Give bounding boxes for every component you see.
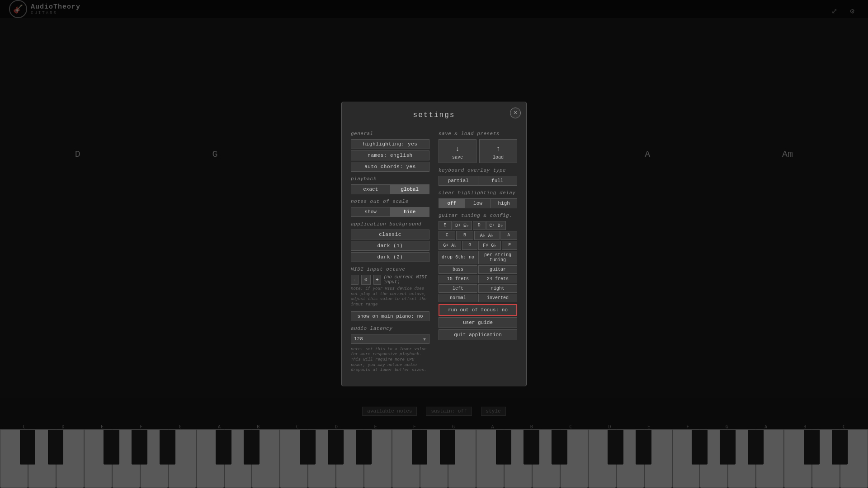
normal-btn[interactable]: normal <box>439 294 477 302</box>
clear-highlight-label: clear highlighting delay <box>439 190 517 196</box>
midi-plus-btn[interactable]: + <box>373 275 381 285</box>
quit-application-btn[interactable]: quit application <box>439 329 517 340</box>
settings-title: settings <box>351 111 517 124</box>
names-row: names: english <box>351 150 429 160</box>
midi-minus-btn[interactable]: - <box>351 275 359 285</box>
tuning-A-btn[interactable]: A <box>500 231 517 240</box>
settings-left-panel: general highlighting: yes names: english… <box>351 131 429 377</box>
full-btn[interactable]: full <box>478 176 518 186</box>
bg-classic-row: classic <box>351 230 429 239</box>
keyboard-overlay-label: keyboard overlay type <box>439 168 517 173</box>
highlighting-button[interactable]: highlighting: yes <box>351 139 429 149</box>
bg-dark1-row: dark (1) <box>351 241 429 251</box>
notes-out-label: notes out of scale <box>351 199 429 204</box>
tuning-B-btn[interactable]: B <box>456 231 473 240</box>
tuning-left-right-row: left right <box>439 284 517 293</box>
save-icon: ↓ <box>455 145 460 153</box>
auto-chords-row: auto chords: yes <box>351 162 429 172</box>
save-load-row: ↓ save ↑ load <box>439 139 517 163</box>
settings-body: general highlighting: yes names: english… <box>351 131 517 377</box>
per-string-btn[interactable]: per-string tuning <box>478 251 517 264</box>
delay-off-btn[interactable]: off <box>439 198 465 208</box>
playback-label: playback <box>351 176 429 182</box>
save-load-label: save & load presets <box>439 131 517 136</box>
midi-value: 0 <box>361 275 371 285</box>
close-button[interactable]: × <box>510 108 521 118</box>
names-button[interactable]: names: english <box>351 150 429 160</box>
load-btn[interactable]: ↑ load <box>479 139 517 163</box>
left-btn[interactable]: left <box>439 284 477 293</box>
tuning-F-btn[interactable]: F <box>502 241 517 250</box>
latency-note: note: set this to a lower value for more… <box>351 347 429 373</box>
drop6-btn[interactable]: drop 6th: no <box>439 251 477 264</box>
tuning-DEb-btn[interactable]: D♯ E♭ <box>453 221 472 230</box>
midi-octave-row: - 0 + (no current MIDI input) <box>351 275 429 285</box>
latency-select[interactable]: 128 64 256 512 <box>351 334 429 344</box>
load-label: load <box>493 155 504 160</box>
midi-note-description: note: if your MIDI device does not play … <box>351 286 429 308</box>
overlay-group: partial full <box>439 176 517 186</box>
bass-btn[interactable]: bass <box>439 265 477 274</box>
bg-dark2-row: dark (2) <box>351 252 429 262</box>
audio-latency-label: audio latency <box>351 326 429 331</box>
delay-group: off low high <box>439 198 517 208</box>
playback-group: exact global <box>351 184 429 194</box>
playback-exact-btn[interactable]: exact <box>351 184 390 194</box>
tuning-frets-row: 15 frets 24 frets <box>439 275 517 283</box>
tuning-C-btn[interactable]: C <box>439 231 455 240</box>
notes-show-btn[interactable]: show <box>351 207 390 217</box>
tuning-G-btn[interactable]: G <box>462 241 477 250</box>
tuning-normal-inverted-row: normal inverted <box>439 294 517 302</box>
tuning-D-btn[interactable]: D <box>473 221 486 230</box>
load-icon: ↑ <box>496 145 500 153</box>
inverted-btn[interactable]: inverted <box>478 294 517 302</box>
notes-hide-btn[interactable]: hide <box>390 207 430 217</box>
bg-dark2-btn[interactable]: dark (2) <box>351 252 429 262</box>
tuning-CDb-btn[interactable]: C♯ D♭ <box>486 221 506 230</box>
settings-right-panel: save & load presets ↓ save ↑ load keyboa… <box>439 131 517 377</box>
midi-label: MIDI input octave <box>351 267 429 272</box>
settings-overlay: × settings general highlighting: yes nam… <box>0 0 868 488</box>
general-label: general <box>351 131 429 136</box>
partial-btn[interactable]: partial <box>439 176 478 186</box>
latency-wrapper: 128 64 256 512 ▼ <box>351 334 429 345</box>
playback-global-btn[interactable]: global <box>390 184 430 194</box>
tuning-GDb-btn[interactable]: G♯ A♭ <box>439 241 461 250</box>
show-piano-btn[interactable]: show on main piano: no <box>351 311 429 321</box>
user-guide-btn[interactable]: user guide <box>439 317 517 328</box>
tuning-row2: C B A♭ A♭ A <box>439 231 517 240</box>
run-focus-wrapper: run out of focus: no <box>439 304 517 317</box>
frets-24-btn[interactable]: 24 frets <box>478 275 517 283</box>
run-focus-btn[interactable]: run out of focus: no <box>439 304 517 316</box>
delay-low-btn[interactable]: low <box>465 198 491 208</box>
frets-15-btn[interactable]: 15 frets <box>439 275 477 283</box>
auto-chords-button[interactable]: auto chords: yes <box>351 162 429 172</box>
app-bg-label: application background <box>351 221 429 227</box>
tuning-drop-row: drop 6th: no per-string tuning <box>439 251 517 264</box>
tuning-row1: E D♯ E♭ D C♯ D♭ <box>439 221 517 230</box>
settings-dialog: × settings general highlighting: yes nam… <box>341 102 527 386</box>
save-btn[interactable]: ↓ save <box>439 139 476 163</box>
tuning-bass-guitar-row: bass guitar <box>439 265 517 274</box>
highlighting-row: highlighting: yes <box>351 139 429 149</box>
tuning-row3: G♯ A♭ G F♯ G♭ F <box>439 241 517 250</box>
right-btn[interactable]: right <box>478 284 517 293</box>
delay-high-btn[interactable]: high <box>491 198 517 208</box>
tuning-E-btn[interactable]: E <box>439 221 452 230</box>
bg-dark1-btn[interactable]: dark (1) <box>351 241 429 251</box>
notes-group: show hide <box>351 207 429 217</box>
tuning-FGb-btn[interactable]: F♯ G♭ <box>478 241 501 250</box>
save-label: save <box>452 155 463 160</box>
guitar-btn[interactable]: guitar <box>478 265 517 274</box>
guitar-tuning-label: guitar tuning & config. <box>439 213 517 218</box>
bg-classic-btn[interactable]: classic <box>351 230 429 239</box>
midi-note-text: (no current MIDI input) <box>384 275 429 285</box>
tuning-ADb-btn[interactable]: A♭ A♭ <box>474 231 500 240</box>
